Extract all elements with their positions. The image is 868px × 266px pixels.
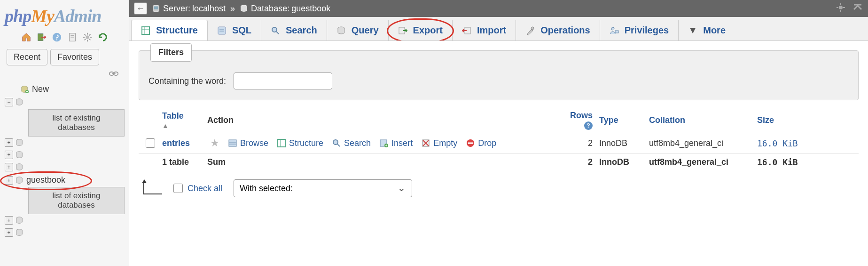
back-button[interactable]: ← — [134, 2, 147, 15]
favorite-star-icon[interactable]: ★ — [210, 137, 219, 149]
tree-db-guestbook[interactable]: + guestbook — [0, 173, 129, 187]
collapse-icon[interactable] — [852, 2, 863, 13]
tree-db-item[interactable]: + — [0, 214, 129, 226]
col-action: Action — [207, 115, 543, 125]
tree-db-item[interactable]: + — [0, 226, 129, 239]
tab-import[interactable]: Import — [453, 20, 516, 40]
svg-rect-62 — [468, 143, 473, 144]
recent-button[interactable]: Recent — [7, 49, 47, 65]
row-count: 2 — [543, 138, 599, 148]
col-type[interactable]: Type — [599, 115, 649, 125]
plus-icon[interactable]: + — [5, 151, 13, 159]
favorites-button[interactable]: Favorites — [50, 49, 99, 65]
db-value[interactable]: guestbook — [291, 4, 330, 14]
db-placeholder: list of existing databases — [28, 109, 125, 137]
tab-more[interactable]: ▼ More — [679, 20, 735, 40]
database-icon — [15, 228, 23, 237]
action-structure[interactable]: Structure — [277, 138, 323, 148]
col-table[interactable]: Table — [162, 111, 184, 121]
gear-icon[interactable] — [82, 32, 93, 42]
db-placeholder: list of existing databases — [28, 187, 125, 214]
tables-list: Table ▲ Action Rows ? Type Collation Siz… — [139, 108, 859, 171]
tree-db-item[interactable]: + — [0, 149, 129, 161]
sort-asc-icon[interactable]: ▲ — [162, 122, 169, 129]
operations-icon — [525, 26, 535, 35]
home-icon[interactable] — [21, 32, 31, 42]
insert-icon — [379, 138, 389, 148]
main: ← Server: localhost » Database: guestboo… — [129, 0, 868, 266]
svg-point-47 — [611, 27, 614, 30]
tab-query[interactable]: Query — [327, 20, 389, 40]
import-icon — [462, 26, 471, 35]
svg-rect-38 — [218, 27, 226, 34]
col-rows[interactable]: Rows — [570, 111, 593, 121]
tree-db-item[interactable]: + — [0, 161, 129, 173]
server-icon — [152, 4, 160, 13]
tree-db-item[interactable]: + — [0, 137, 129, 149]
svg-line-42 — [276, 32, 279, 34]
action-browse[interactable]: Browse — [228, 138, 268, 148]
filter-input[interactable] — [234, 73, 332, 89]
server-value[interactable]: localhost — [192, 4, 226, 14]
svg-rect-35 — [142, 27, 149, 34]
footer-row: Check all With selected: — [139, 171, 859, 200]
database-icon — [15, 151, 23, 159]
minus-icon[interactable]: − — [5, 98, 13, 106]
reload-icon[interactable] — [98, 32, 108, 42]
sidebar-tabs: Recent Favorites — [0, 47, 129, 69]
col-collation[interactable]: Collation — [649, 115, 757, 125]
action-insert[interactable]: Insert — [379, 138, 413, 148]
tab-operations[interactable]: Operations — [516, 20, 600, 40]
row-checkbox[interactable] — [146, 138, 155, 148]
tab-sql[interactable]: SQL — [208, 20, 261, 40]
svg-line-12 — [85, 39, 86, 40]
logo[interactable]: phpMyAdmin — [0, 4, 129, 30]
with-selected-select[interactable]: With selected: — [234, 179, 412, 197]
tab-privileges[interactable]: Privileges — [600, 20, 679, 40]
svg-point-29 — [839, 6, 843, 9]
svg-rect-27 — [154, 7, 158, 9]
table-row: entries ★ Browse Structure — [139, 133, 859, 153]
db-label: Database: — [251, 4, 289, 14]
tab-structure[interactable]: Structure — [131, 20, 208, 41]
action-empty[interactable]: Empty — [421, 138, 457, 148]
search-icon — [332, 138, 341, 148]
settings-icon[interactable] — [67, 32, 78, 42]
empty-icon — [421, 138, 430, 148]
checkall-checkbox[interactable] — [173, 184, 183, 193]
database-icon — [15, 216, 23, 225]
database-icon — [15, 176, 23, 185]
chevron-down-icon: ▼ — [688, 26, 697, 35]
privileges-icon — [610, 26, 619, 35]
docs-icon[interactable] — [52, 32, 62, 42]
structure-icon — [141, 26, 150, 35]
plus-icon[interactable]: + — [5, 216, 13, 225]
svg-point-46 — [531, 27, 534, 30]
plus-icon[interactable]: + — [5, 176, 13, 185]
tab-export[interactable]: Export — [389, 20, 453, 40]
db-tree: New − list of existing databases + + + + — [0, 81, 129, 240]
svg-line-13 — [89, 34, 91, 36]
link-icon[interactable] — [109, 70, 119, 77]
tab-search[interactable]: Search — [261, 20, 327, 40]
tree-db-collapsed[interactable]: − — [0, 96, 129, 108]
svg-point-54 — [333, 140, 338, 145]
gear-icon[interactable] — [835, 2, 846, 13]
browse-icon — [228, 138, 237, 148]
search-icon — [271, 26, 280, 35]
action-search[interactable]: Search — [332, 138, 371, 148]
sum-rows: 2 — [543, 157, 599, 167]
logout-icon[interactable] — [37, 32, 47, 42]
check-all[interactable]: Check all — [173, 184, 222, 193]
plus-icon[interactable]: + — [5, 163, 13, 171]
col-size[interactable]: Size — [757, 115, 813, 125]
tree-new-db[interactable]: New — [0, 82, 129, 96]
help-icon[interactable]: ? — [584, 121, 593, 130]
svg-rect-48 — [615, 31, 618, 33]
plus-icon[interactable]: + — [5, 138, 13, 147]
plus-icon[interactable]: + — [5, 228, 13, 237]
table-name-link[interactable]: entries — [162, 138, 207, 148]
action-drop[interactable]: Drop — [466, 138, 496, 148]
server-label: Server: — [163, 4, 190, 14]
arrow-indicator-icon — [143, 182, 162, 194]
